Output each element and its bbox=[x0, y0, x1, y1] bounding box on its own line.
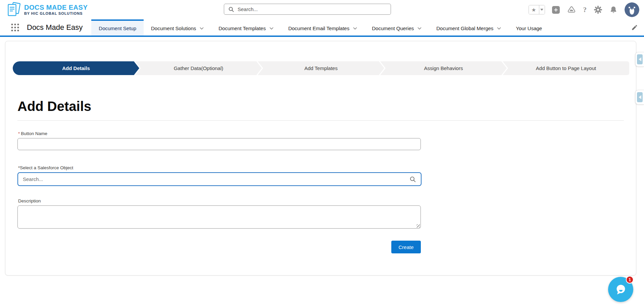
chevron-down-icon bbox=[497, 27, 501, 29]
description-textarea[interactable] bbox=[17, 205, 421, 229]
description-label: Description bbox=[18, 198, 41, 203]
favorites-star-button[interactable]: ★ bbox=[529, 5, 539, 14]
help-button[interactable]: ? bbox=[583, 6, 587, 14]
plus-icon bbox=[553, 7, 558, 12]
brand-logo: DOCS MADE EASY BY HIC GLOBAL SOLUTIONS bbox=[7, 2, 88, 18]
user-avatar[interactable] bbox=[625, 2, 639, 17]
document-setup-card: Add Details Gather Data(Optional) Add Te… bbox=[5, 41, 636, 275]
bell-icon bbox=[609, 6, 617, 14]
global-search[interactable] bbox=[224, 4, 391, 15]
required-asterisk: * bbox=[18, 131, 20, 136]
chat-launcher-button[interactable]: 1 bbox=[608, 277, 633, 302]
global-header: DOCS MADE EASY BY HIC GLOBAL SOLUTIONS ★ bbox=[0, 0, 644, 19]
tab-document-solutions[interactable]: Document Solutions bbox=[144, 19, 211, 36]
create-button[interactable]: Create bbox=[391, 241, 421, 253]
path-step-add-button-to-page-layout[interactable]: Add Button to Page Layout bbox=[503, 61, 629, 75]
app-name: Docs Made Easy bbox=[27, 23, 83, 32]
progress-path: Add Details Gather Data(Optional) Add Te… bbox=[13, 61, 629, 75]
app-launcher-button[interactable] bbox=[9, 22, 21, 33]
search-icon bbox=[409, 176, 416, 183]
chevron-left-icon bbox=[639, 95, 641, 99]
tab-document-templates[interactable]: Document Templates bbox=[211, 19, 281, 36]
search-icon bbox=[228, 6, 234, 12]
brand-subtitle: BY HIC GLOBAL SOLUTIONS bbox=[24, 12, 88, 16]
avatar-bear-icon bbox=[625, 2, 639, 17]
path-step-gather-data[interactable]: Gather Data(Optional) bbox=[135, 61, 262, 75]
salesforce-object-search-input[interactable] bbox=[23, 176, 406, 182]
tab-document-setup[interactable]: Document Setup bbox=[91, 19, 144, 36]
collapse-panel-button-bottom[interactable] bbox=[635, 90, 644, 105]
chevron-down-icon bbox=[200, 27, 204, 29]
app-window: DOCS MADE EASY BY HIC GLOBAL SOLUTIONS ★ bbox=[0, 0, 644, 307]
salesforce-object-search[interactable] bbox=[17, 172, 422, 186]
chevron-left-icon bbox=[639, 57, 641, 61]
chat-unread-badge: 1 bbox=[626, 276, 634, 284]
button-name-label: *Button Name bbox=[18, 131, 47, 136]
docs-pages-icon bbox=[7, 2, 21, 18]
tab-document-queries[interactable]: Document Queries bbox=[364, 19, 429, 36]
global-search-input[interactable] bbox=[238, 6, 387, 12]
tab-document-email-templates[interactable]: Document Email Templates bbox=[281, 19, 364, 36]
tab-document-global-merges[interactable]: Document Global Merges bbox=[429, 19, 508, 36]
tab-your-usage[interactable]: Your Usage bbox=[508, 19, 549, 36]
app-navigation-bar: Docs Made Easy Document Setup Document S… bbox=[0, 19, 644, 37]
global-actions-button[interactable] bbox=[552, 6, 560, 14]
path-step-assign-behaviors[interactable]: Assign Behaviors bbox=[380, 61, 507, 75]
salesforce-object-label: *Select a Salesforce Object bbox=[18, 165, 73, 170]
nav-tabs: Document Setup Document Solutions Docume… bbox=[91, 19, 549, 36]
edit-navigation-button[interactable] bbox=[631, 24, 638, 31]
page-title: Add Details bbox=[17, 99, 91, 114]
trailhead-icon bbox=[567, 5, 576, 14]
chevron-down-icon bbox=[269, 27, 274, 29]
favorites-group: ★ bbox=[529, 5, 545, 14]
chat-bubble-icon bbox=[613, 282, 629, 297]
gear-icon bbox=[594, 5, 602, 14]
chevron-down-icon bbox=[353, 27, 357, 29]
collapse-panel-button-top[interactable] bbox=[635, 52, 644, 67]
description-field bbox=[17, 205, 421, 229]
main-content: Add Details Gather Data(Optional) Add Te… bbox=[0, 37, 644, 307]
notifications-button[interactable] bbox=[609, 6, 617, 14]
path-step-add-details[interactable]: Add Details bbox=[13, 61, 139, 75]
path-step-add-templates[interactable]: Add Templates bbox=[258, 61, 384, 75]
setup-gear-button[interactable] bbox=[594, 5, 602, 14]
caret-down-icon bbox=[540, 9, 543, 11]
button-name-input[interactable] bbox=[17, 138, 421, 150]
pencil-icon bbox=[631, 24, 638, 31]
divider bbox=[17, 120, 624, 121]
favorites-caret-button[interactable] bbox=[539, 5, 545, 14]
trailhead-button[interactable] bbox=[567, 5, 576, 14]
header-actions: ★ ? bbox=[529, 0, 640, 19]
waffle-icon bbox=[10, 23, 20, 32]
brand-title: DOCS MADE EASY bbox=[24, 4, 88, 11]
chevron-down-icon bbox=[417, 27, 422, 29]
